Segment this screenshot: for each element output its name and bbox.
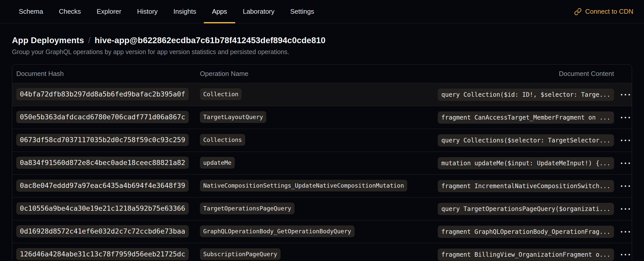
document-content-badge[interactable]: fragment IncrementalNativeCompositionSwi…	[438, 180, 614, 192]
document-hash-cell: 0a834f91560d872e8c4bec0ade18ceec88821a82	[16, 157, 200, 170]
row-menu-button[interactable]	[618, 251, 632, 258]
document-content-cell: fragment BillingView_OrganizationFragmen…	[437, 249, 614, 261]
link-icon	[574, 8, 582, 15]
row-actions-cell	[614, 114, 632, 121]
nav-tab-laboratory[interactable]: Laboratory	[243, 0, 274, 23]
row-menu-button[interactable]	[618, 228, 632, 236]
document-content-badge[interactable]: fragment BillingView_OrganizationFragmen…	[438, 249, 614, 261]
document-content-cell: query TargetOperationsPageQuery($organiz…	[437, 203, 614, 215]
ellipsis-icon	[625, 117, 626, 118]
operation-name-badge[interactable]: TargetLayoutQuery	[200, 111, 266, 123]
ellipsis-icon	[621, 254, 622, 255]
table-row[interactable]: 0ac8e047eddd97a97eac6435a4b694f4e3648f39…	[12, 175, 632, 198]
ellipsis-icon	[621, 231, 622, 233]
table-row[interactable]: 050e5b363dafdcacd6780e706cadf771d06a867c…	[12, 106, 632, 129]
operation-name-cell: TargetOperationsPageQuery	[200, 203, 437, 215]
breadcrumb-separator: /	[88, 36, 91, 45]
document-hash-cell: 04bfa72dfb83b297dd8a5b6fed9bafac2b395a0f	[16, 88, 200, 101]
connect-to-cdn-button[interactable]: Connect to CDN	[574, 0, 633, 23]
breadcrumb: App Deployments / hive-app@b622862ecdba7…	[12, 36, 632, 45]
operation-name-badge[interactable]: Collection	[200, 88, 242, 100]
nav-tab-checks[interactable]: Checks	[59, 0, 81, 23]
document-content-badge[interactable]: query Collections($selector: TargetSelec…	[438, 134, 614, 146]
column-header-operation-name: Operation Name	[200, 70, 437, 78]
row-menu-button[interactable]	[618, 137, 632, 144]
nav-tab-label: Explorer	[97, 8, 121, 15]
ellipsis-icon	[625, 254, 626, 255]
document-hash-badge[interactable]: 0d16928d8572c41ef6e032d2c7c72ccbd6e73baa	[16, 225, 189, 237]
document-hash-cell: 0ac8e047eddd97a97eac6435a4b694f4e3648f39	[16, 180, 200, 193]
ellipsis-icon	[621, 208, 622, 210]
nav-tab-schema[interactable]: Schema	[19, 0, 43, 23]
nav-tab-settings[interactable]: Settings	[290, 0, 314, 23]
table-row[interactable]: 126d46a4284abe31c13c78f7959d56eeb21725dc…	[12, 243, 632, 261]
ellipsis-icon	[625, 208, 626, 210]
document-hash-badge[interactable]: 0a834f91560d872e8c4bec0ade18ceec88821a82	[16, 157, 189, 169]
ellipsis-icon	[628, 162, 630, 164]
table-row[interactable]: 0c10556a9be4ca30e19e21c1218a592b75e63366…	[12, 198, 632, 220]
ellipsis-icon	[625, 94, 626, 95]
table-row[interactable]: 0a834f91560d872e8c4bec0ade18ceec88821a82…	[12, 152, 632, 175]
ellipsis-icon	[621, 94, 622, 95]
nav-tab-label: Apps	[212, 8, 227, 15]
row-menu-button[interactable]	[618, 114, 632, 121]
document-content-cell: fragment GraphQLOperationBody_OperationF…	[437, 226, 614, 238]
document-content-badge[interactable]: query TargetOperationsPageQuery($organiz…	[438, 203, 614, 215]
row-menu-button[interactable]	[618, 91, 632, 99]
document-hash-badge[interactable]: 0673df58cd7037117035b2d0c758f59c0c93c259	[16, 134, 189, 146]
ellipsis-icon	[628, 117, 630, 118]
row-menu-button[interactable]	[618, 205, 632, 213]
document-content-cell: fragment CanAccessTarget_MemberFragment …	[437, 111, 614, 124]
operation-name-cell: NativeCompositionSettings_UpdateNativeCo…	[200, 180, 437, 192]
row-menu-button[interactable]	[618, 182, 632, 190]
nav-tab-explorer[interactable]: Explorer	[97, 0, 121, 23]
document-hash-badge[interactable]: 0ac8e047eddd97a97eac6435a4b694f4e3648f39	[16, 180, 189, 192]
row-actions-cell	[614, 228, 632, 236]
ellipsis-icon	[621, 185, 622, 187]
table-header-row: Document Hash Operation Name Document Co…	[12, 64, 632, 83]
document-hash-badge[interactable]: 050e5b363dafdcacd6780e706cadf771d06a867c	[16, 111, 189, 123]
row-actions-cell	[614, 159, 632, 167]
ellipsis-icon	[625, 185, 626, 187]
column-header-document-content: Document Content	[437, 70, 614, 78]
document-content-badge[interactable]: fragment GraphQLOperationBody_OperationF…	[438, 226, 614, 238]
table-row[interactable]: 0d16928d8572c41ef6e032d2c7c72ccbd6e73baa…	[12, 220, 632, 243]
column-header-document-hash: Document Hash	[16, 70, 200, 78]
nav-tab-insights[interactable]: Insights	[173, 0, 196, 23]
page-content: App Deployments / hive-app@b622862ecdba7…	[0, 36, 644, 261]
operation-name-badge[interactable]: updateMe	[200, 157, 235, 169]
row-actions-cell	[614, 182, 632, 190]
operation-name-badge[interactable]: SubscriptionPageQuery	[200, 248, 281, 260]
ellipsis-icon	[628, 231, 630, 233]
document-hash-badge[interactable]: 0c10556a9be4ca30e19e21c1218a592b75e63366	[16, 202, 189, 215]
ellipsis-icon	[625, 140, 626, 141]
table-row[interactable]: 04bfa72dfb83b297dd8a5b6fed9bafac2b395a0f…	[12, 83, 632, 106]
table-body: 04bfa72dfb83b297dd8a5b6fed9bafac2b395a0f…	[12, 83, 632, 261]
document-hash-badge[interactable]: 126d46a4284abe31c13c78f7959d56eeb21725dc	[16, 248, 189, 260]
page-subtitle: Group your GraphQL operations by app ver…	[12, 48, 632, 56]
nav-tab-history[interactable]: History	[137, 0, 158, 23]
page-title-app-name: hive-app@b622862ecdba7c61b78f412453def89…	[95, 36, 326, 45]
document-content-badge[interactable]: query Collection($id: ID!, $selector: Ta…	[438, 89, 614, 101]
nav-tab-label: Insights	[173, 8, 196, 15]
operation-name-cell: updateMe	[200, 157, 437, 170]
ellipsis-icon	[621, 140, 622, 141]
document-content-badge[interactable]: fragment CanAccessTarget_MemberFragment …	[438, 111, 614, 124]
operation-name-cell: Collection	[200, 88, 437, 101]
nav-tabs: Schema Checks Explorer History Insights …	[19, 0, 314, 23]
breadcrumb-root[interactable]: App Deployments	[12, 36, 84, 45]
document-content-badge[interactable]: mutation updateMe($input: UpdateMeInput!…	[438, 157, 614, 169]
document-hash-badge[interactable]: 04bfa72dfb83b297dd8a5b6fed9bafac2b395a0f	[16, 88, 189, 100]
row-menu-button[interactable]	[618, 159, 632, 167]
operation-name-badge[interactable]: Collections	[200, 134, 245, 146]
ellipsis-icon	[628, 140, 630, 141]
operation-name-badge[interactable]: GraphQLOperationBody_GetOperationBodyQue…	[200, 225, 355, 237]
row-actions-cell	[614, 205, 632, 213]
nav-tab-apps[interactable]: Apps	[212, 0, 227, 23]
table-row[interactable]: 0673df58cd7037117035b2d0c758f59c0c93c259…	[12, 129, 632, 152]
nav-tab-label: Settings	[290, 8, 314, 15]
page-header: App Deployments / hive-app@b622862ecdba7…	[12, 36, 632, 56]
ellipsis-icon	[625, 231, 626, 233]
operation-name-badge[interactable]: NativeCompositionSettings_UpdateNativeCo…	[200, 180, 407, 191]
operation-name-badge[interactable]: TargetOperationsPageQuery	[200, 203, 295, 214]
